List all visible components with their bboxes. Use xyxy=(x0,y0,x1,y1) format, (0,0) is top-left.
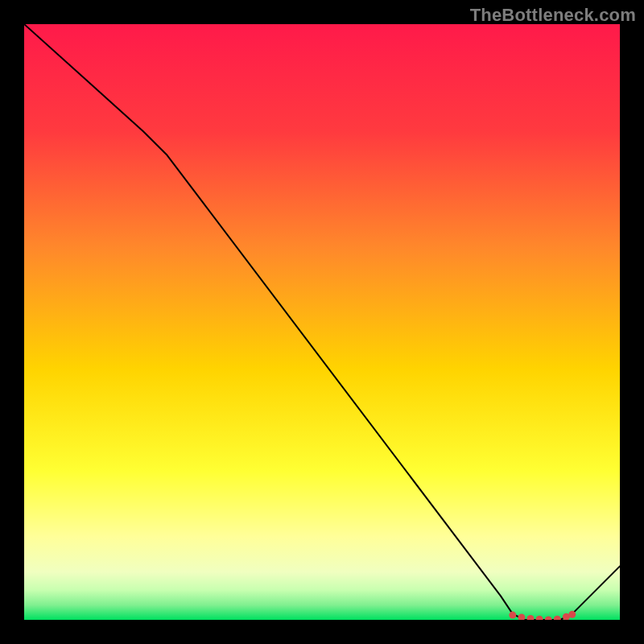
marker-dot xyxy=(509,612,516,619)
marker-dot xyxy=(568,611,576,618)
watermark-text: TheBottleneck.com xyxy=(470,5,636,26)
gradient-background xyxy=(24,24,620,620)
plot-area xyxy=(24,24,620,620)
chart-frame: TheBottleneck.com xyxy=(0,0,644,644)
chart-svg xyxy=(24,24,620,620)
